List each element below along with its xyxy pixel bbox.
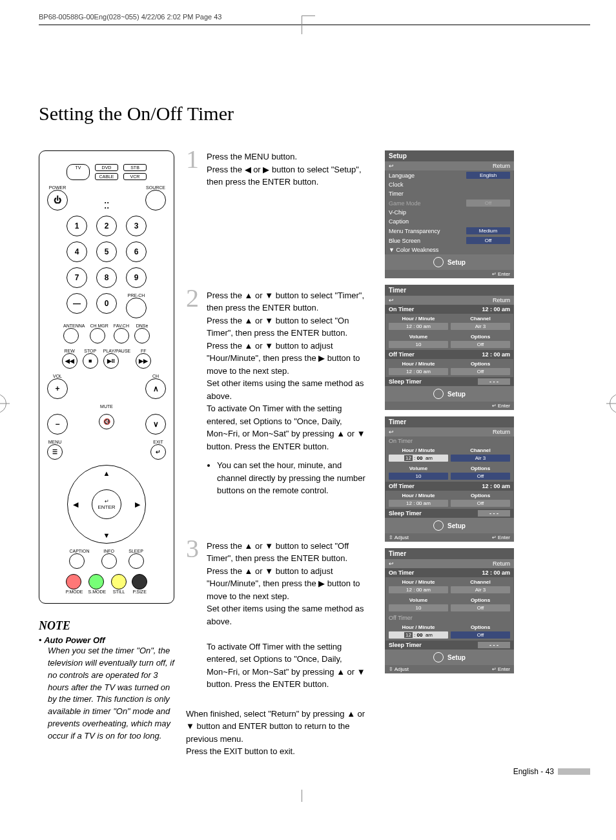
osd-sleep: Sleep Timer (389, 642, 422, 648)
osd-return: Return (493, 560, 510, 567)
vol-down: − (47, 414, 68, 435)
ch-label: CH (145, 374, 166, 378)
vol-label: VOL (47, 374, 68, 378)
osd-opt-hdr: Options (451, 466, 510, 471)
mute-button: 🔇 (99, 414, 114, 429)
osd-ontimer-val: 12 : 00 am (482, 306, 510, 312)
gear-icon (433, 652, 444, 662)
gear-icon (433, 257, 444, 267)
psize-label: P.SIZE (132, 589, 147, 594)
osd-ch-val: Air 3 (451, 323, 510, 330)
num-9: 9 (126, 267, 147, 288)
num-5: 5 (96, 241, 117, 262)
menu-button: ☰ (47, 444, 63, 460)
osd-hm-val: 12 : 00 am (389, 455, 448, 462)
step-2-text: Press the ▲ or ▼ button to select "Timer… (207, 289, 373, 453)
menu-label: MENU (47, 440, 63, 444)
osd-ontimer-val: 12 : 00 am (482, 569, 510, 576)
ch-up: ∧ (145, 378, 166, 399)
osd-timer: Timer (389, 190, 404, 197)
osd-foot: Setup (447, 654, 466, 661)
prech-button (126, 298, 147, 318)
osd-game: Game Mode (389, 200, 421, 207)
osd-hm2-val: 12 : 00 am (389, 631, 448, 639)
dnse-button (134, 328, 150, 343)
osd-vol-hdr: Volume (389, 334, 448, 340)
pmode-label: P.MODE (66, 589, 83, 594)
osd-trans-val: Medium (466, 227, 510, 234)
osd-return: Return (493, 429, 510, 435)
osd-ontimer: On Timer (389, 306, 414, 312)
osd-enter-hint: Enter (498, 403, 510, 409)
step-1-text: Press the MENU button. Press the ◀ or ▶ … (207, 150, 373, 189)
osd-offtimer: Off Timer (389, 615, 413, 621)
osd-opt2-hdr: Options (451, 361, 510, 367)
osd-vol-val: 10 (389, 473, 448, 480)
remote-stb-pill: STB (123, 164, 147, 171)
gear-icon (433, 389, 444, 399)
osd-hm-val: 12 : 00 am (389, 323, 448, 330)
step-1-num: 1 (186, 150, 201, 189)
osd-opt-hdr: Options (451, 597, 510, 603)
osd-clock: Clock (389, 181, 404, 188)
exit-label: EXIT (150, 440, 166, 444)
registration-mark-left (0, 394, 6, 413)
step-2-num: 2 (186, 289, 201, 497)
antenna-label: ANTENNA (63, 323, 85, 328)
osd-opt-val: Off (451, 473, 510, 480)
osd-timer-title: Timer (385, 285, 514, 296)
osd-lang: Language (389, 172, 415, 179)
remote-cable-pill: CABLE (95, 173, 118, 180)
step-1: 1 Press the MENU button. Press the ◀ or … (186, 150, 373, 189)
osd-ch-hdr: Channel (451, 316, 510, 322)
osd-enter-hint: Enter (498, 271, 510, 277)
osd-vol-val: 10 (389, 604, 448, 611)
finish-text: When finished, select "Return" by pressi… (186, 708, 373, 758)
chmgr-label: CH MGR (90, 323, 108, 328)
num-3: 3 (126, 216, 147, 236)
osd-opt-val: Off (451, 604, 510, 611)
remote-vcr-pill: VCR (123, 173, 147, 180)
osd-ontimer: On Timer (389, 569, 414, 576)
osd-hm2-val: 12 : 00 am (389, 500, 448, 507)
source-label: SOURCE (145, 185, 166, 190)
osd-hm-hdr: Hour / Minute (389, 316, 448, 322)
osd-opt-hdr: Options (451, 334, 510, 340)
num-8: 8 (96, 267, 117, 288)
remote-tv-pill: TV (67, 164, 90, 180)
num-1: 1 (67, 216, 87, 236)
osd-vol-val: 10 (389, 341, 448, 348)
sleep-button (128, 553, 144, 569)
osd-offtimer: Off Timer (389, 351, 415, 358)
step-3-num: 3 (186, 540, 201, 691)
still-button (111, 574, 127, 589)
gear-icon (433, 520, 444, 531)
up-arrow: ▲ (103, 469, 110, 477)
play-label: PLAY/PAUSE (103, 349, 131, 353)
num-0: 0 (96, 293, 117, 314)
osd-offtimer-val: 12 : 00 am (482, 483, 510, 489)
caption-button (69, 553, 85, 569)
osd-sleep: Sleep Timer (389, 510, 422, 517)
right-arrow: ▶ (135, 500, 140, 509)
osd-foot: Setup (447, 391, 466, 398)
osd-trans: Menu Transparency (389, 228, 440, 234)
osd-timer-a: Timer ↩ Return On Timer12 : 00 am Hour /… (385, 285, 514, 410)
source-button (145, 190, 166, 210)
pmode-button (66, 574, 81, 589)
osd-foot-setup: Setup (447, 259, 466, 266)
power-button: ⏻ (47, 190, 68, 210)
smode-label: S.MODE (88, 589, 107, 594)
osd-adjust-hint: Adjust (395, 666, 409, 672)
psize-button (132, 574, 147, 589)
rew-label: REW (62, 349, 77, 353)
osd-sleep-val: - - - (478, 510, 510, 517)
chmgr-button (90, 328, 105, 343)
remote-control-diagram: TV DVD CABLE STB VCR POWER⏻ ∘∘∘∘ SOURCE … (39, 150, 174, 604)
step-2-bullet: You can set the hour, minute, and channe… (217, 459, 373, 497)
stop-label: STOP (83, 349, 98, 353)
mute-label: MUTE (100, 404, 113, 409)
osd-setup-title: Setup (385, 150, 514, 161)
step-3-text: Press the ▲ or ▼ button to select "Off T… (207, 540, 373, 691)
osd-opt-val: Off (451, 341, 510, 348)
